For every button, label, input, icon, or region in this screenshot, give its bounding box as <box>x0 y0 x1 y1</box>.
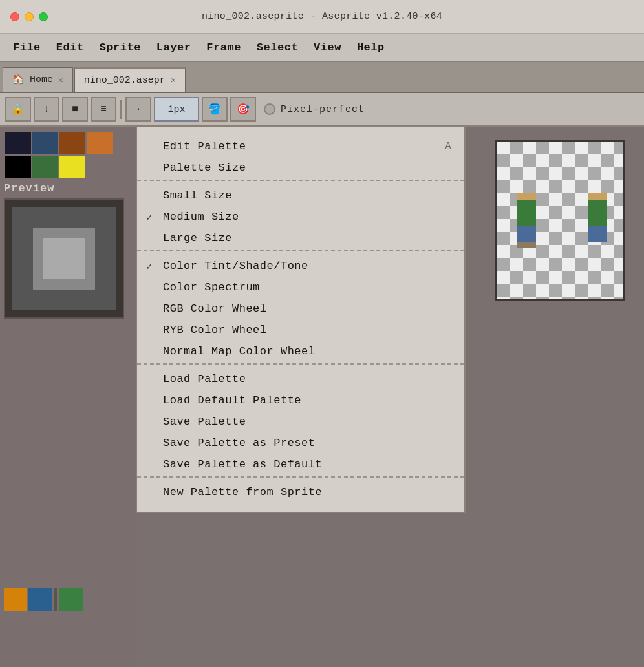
swatch-black[interactable] <box>5 132 31 154</box>
swatch-row-2 <box>5 156 131 178</box>
menu-item-new-palette-from-sprite[interactable]: New Palette from Sprite <box>137 482 464 503</box>
menu-item-edit-palette[interactable]: Edit Palette A <box>137 136 464 157</box>
sprite-frame <box>495 140 625 301</box>
swatch-bottom-blue[interactable] <box>28 588 52 611</box>
tabs-bar: 🏠 Home ✕ nino_002.asepr ✕ <box>0 62 644 93</box>
swatch-bottom-green[interactable] <box>59 588 83 611</box>
pixel-perfect-radio[interactable] <box>264 103 275 115</box>
menu-view[interactable]: View <box>307 37 348 58</box>
ink-icon: 🪣 <box>208 103 221 116</box>
large-size-label: Large Size <box>163 232 232 244</box>
preview-sprite <box>12 207 116 310</box>
title-bar: nino_002.aseprite - Aseprite v1.2.40-x64 <box>0 0 644 34</box>
down-icon: ↓ <box>43 103 50 115</box>
menu-sprite[interactable]: Sprite <box>93 37 147 58</box>
svg-rect-3 <box>517 193 536 200</box>
menu-help[interactable]: Help <box>350 37 391 58</box>
save-palette-label: Save Palette <box>163 416 246 428</box>
left-panel: Preview <box>0 127 136 667</box>
edit-palette-shortcut: A <box>445 141 451 152</box>
lock-button[interactable]: 🔒 <box>5 97 31 122</box>
menu-item-color-tint[interactable]: Color Tint/Shade/Tone <box>137 255 464 277</box>
menu-file[interactable]: File <box>6 37 47 58</box>
medium-size-label: Medium Size <box>163 211 239 223</box>
svg-rect-7 <box>517 242 526 248</box>
window-title: nino_002.aseprite - Aseprite v1.2.40-x64 <box>202 11 442 22</box>
square-button[interactable]: ■ <box>62 97 88 122</box>
svg-rect-9 <box>588 193 607 200</box>
menu-icon: ≡ <box>100 103 107 115</box>
swatch-separator <box>54 588 57 611</box>
menu-item-palette-size[interactable]: Palette Size <box>137 157 464 178</box>
home-icon: 🏠 <box>12 74 25 86</box>
pixel-perfect-section: Pixel-perfect <box>264 103 365 115</box>
menu-item-rgb-wheel[interactable]: RGB Color Wheel <box>137 298 464 319</box>
new-palette-from-sprite-label: New Palette from Sprite <box>163 486 322 498</box>
maximize-button[interactable] <box>39 12 48 21</box>
color-swatches-top <box>0 127 136 178</box>
menu-item-ryb-wheel[interactable]: RYB Color Wheel <box>137 319 464 341</box>
menu-layer[interactable]: Layer <box>150 37 198 58</box>
swatch-yellow[interactable] <box>59 156 85 178</box>
tab-file-label: nino_002.asepr <box>84 75 166 86</box>
svg-rect-5 <box>517 226 526 242</box>
ink-button[interactable]: 🪣 <box>202 97 228 122</box>
tab-file-close[interactable]: ✕ <box>171 75 176 85</box>
swatch-orange[interactable] <box>87 132 113 154</box>
save-palette-preset-label: Save Palette as Preset <box>163 437 315 449</box>
palette-size-label: Palette Size <box>163 162 246 174</box>
tab-home-close[interactable]: ✕ <box>58 75 63 85</box>
rgb-wheel-label: RGB Color Wheel <box>163 302 267 315</box>
small-size-label: Small Size <box>163 189 232 202</box>
menu-select[interactable]: Select <box>250 37 305 58</box>
menu-frame[interactable]: Frame <box>200 37 248 58</box>
edit-palette-label: Edit Palette <box>163 140 246 153</box>
svg-rect-4 <box>517 200 536 226</box>
color-tint-label: Color Tint/Shade/Tone <box>163 260 308 272</box>
menu-item-load-palette[interactable]: Load Palette <box>137 368 464 390</box>
preview-section: Preview <box>0 178 136 323</box>
down-button[interactable]: ↓ <box>34 97 59 122</box>
normal-map-label: Normal Map Color Wheel <box>163 345 315 357</box>
menu-item-large-size[interactable]: Large Size <box>137 228 464 249</box>
svg-rect-6 <box>526 226 536 242</box>
swatch-black2[interactable] <box>5 156 31 178</box>
menu-item-small-size[interactable]: Small Size <box>137 185 464 206</box>
square-icon: ■ <box>72 103 78 115</box>
menu-item-save-palette[interactable]: Save Palette <box>137 411 464 432</box>
svg-rect-11 <box>588 226 597 242</box>
sprite-svg <box>497 142 625 301</box>
pixel-perfect-label: Pixel-perfect <box>281 104 365 115</box>
tab-home[interactable]: 🏠 Home ✕ <box>3 67 73 92</box>
dot-button[interactable]: · <box>125 97 151 122</box>
lock-icon: 🔒 <box>12 103 25 116</box>
palette-dropdown-menu: Edit Palette A Palette Size Small Size M… <box>136 127 466 513</box>
tab-file[interactable]: nino_002.asepr ✕ <box>74 67 186 92</box>
swatch-green[interactable] <box>32 156 58 178</box>
traffic-lights <box>10 12 48 21</box>
canvas-checkerboard <box>497 142 623 299</box>
target-button[interactable]: 🎯 <box>230 97 256 122</box>
menu-item-color-spectrum[interactable]: Color Spectrum <box>137 277 464 298</box>
menu-item-normal-map-wheel[interactable]: Normal Map Color Wheel <box>137 341 464 362</box>
brush-size-input[interactable] <box>154 97 199 122</box>
swatch-bottom-orange[interactable] <box>4 588 27 611</box>
menu-btn[interactable]: ≡ <box>91 97 116 122</box>
ryb-wheel-label: RYB Color Wheel <box>163 324 267 336</box>
close-button[interactable] <box>10 12 19 21</box>
menu-section-new-palette: New Palette from Sprite <box>137 480 464 504</box>
toolbar: 🔒 ↓ ■ ≡ · 🪣 🎯 Pixel-perfect <box>0 93 644 127</box>
minimize-button[interactable] <box>25 12 34 21</box>
dot-icon: · <box>135 103 142 115</box>
menu-item-save-palette-preset[interactable]: Save Palette as Preset <box>137 432 464 454</box>
menu-item-medium-size[interactable]: Medium Size <box>137 206 464 228</box>
swatch-row-1 <box>5 132 131 154</box>
menu-item-load-default-palette[interactable]: Load Default Palette <box>137 390 464 411</box>
menu-section-size: Small Size Medium Size Large Size <box>137 184 464 251</box>
menu-item-save-palette-default[interactable]: Save Palette as Default <box>137 454 464 475</box>
swatch-brown[interactable] <box>59 132 85 154</box>
menu-edit[interactable]: Edit <box>50 37 91 58</box>
load-default-palette-label: Load Default Palette <box>163 394 301 407</box>
menu-section-load-save: Load Palette Load Default Palette Save P… <box>137 367 464 478</box>
swatch-dark-blue[interactable] <box>32 132 58 154</box>
